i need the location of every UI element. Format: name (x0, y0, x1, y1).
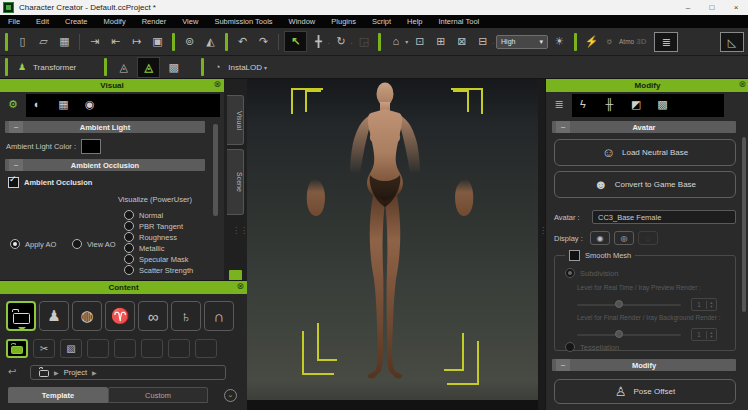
close-panel-icon[interactable]: ⊗ (738, 79, 746, 89)
ambient-light-section-header[interactable]: – Ambient Light (5, 121, 205, 133)
category-accessory[interactable]: ∞ (138, 301, 168, 331)
content-panel-header[interactable]: Content ⊗ (0, 281, 247, 294)
collapse-icon[interactable]: – (9, 121, 23, 133)
camera-view-dropdown[interactable]: . (492, 39, 494, 45)
display-eye-button[interactable]: ◉ (590, 231, 610, 245)
pose-tool-b-icon[interactable]: ◬ (137, 57, 160, 78)
breadcrumb[interactable]: ▶ Project ▶ (30, 365, 226, 380)
visual-settings-icon[interactable]: ≣ (654, 32, 678, 52)
import-icon[interactable]: ⇥ (85, 32, 104, 51)
modify-section-header[interactable]: – Modify (552, 359, 736, 371)
menu-script[interactable]: Script (364, 17, 399, 26)
ambient-occlusion-checkbox[interactable]: ✓ (8, 177, 19, 188)
texture-tab-icon[interactable]: ▩ (651, 94, 673, 115)
attributes-tab-icon[interactable]: ≣ (548, 94, 570, 115)
back-icon[interactable]: ↩ (8, 366, 16, 377)
home-view-icon[interactable]: ⌂ (386, 32, 405, 51)
expand-content-icon[interactable]: ⌄ (224, 389, 237, 402)
close-panel-icon[interactable]: ⊗ (213, 79, 221, 89)
save-project-icon[interactable]: ▦ (55, 32, 74, 51)
bone-tab-icon[interactable]: ╫ (598, 94, 620, 115)
axis-gizmo-icon[interactable]: ◺ (720, 32, 744, 52)
category-actor[interactable]: ♟ (39, 301, 69, 331)
apply-ao-radio[interactable] (10, 239, 20, 249)
category-stage[interactable]: ∩ (204, 301, 234, 331)
tab-custom[interactable]: Custom (108, 387, 208, 403)
pose-tool-a-icon[interactable]: ◬ (114, 58, 133, 77)
material-tab-icon[interactable]: ◩ (625, 94, 647, 115)
export-character-icon[interactable]: ↦ (127, 32, 146, 51)
home-view-dropdown[interactable]: ▾ (405, 38, 408, 45)
subfilter-image[interactable]: ▧ (60, 339, 82, 358)
visualize-specular-mask-radio[interactable] (124, 254, 134, 264)
menu-plugins[interactable]: Plugins (323, 17, 364, 26)
subfilter-tools[interactable]: ✂ (33, 339, 55, 358)
instalod-button[interactable]: ◔ InstaLOD ▾ (211, 58, 267, 77)
visual-panel-header[interactable]: Visual ⊗ (0, 79, 224, 92)
tab-template[interactable]: Template (8, 387, 108, 403)
collapse-icon[interactable]: – (556, 359, 570, 371)
modify-panel-scrollbar[interactable] (742, 137, 746, 312)
category-cloth[interactable]: ♈ (105, 301, 135, 331)
visualize-metallic-radio[interactable] (124, 243, 134, 253)
visualize-roughness-radio[interactable] (124, 232, 134, 242)
visualize-scatter-strength-radio[interactable] (124, 265, 134, 275)
undo-icon[interactable]: ↶ (233, 32, 252, 51)
side-tab-visual[interactable]: Visual (227, 95, 244, 145)
shadow-tab-icon[interactable]: ▦ (52, 94, 74, 115)
collapse-icon[interactable]: – (556, 121, 570, 133)
menu-internal-tool[interactable]: Internal Tool (431, 17, 488, 26)
modify-panel-header[interactable]: Modify ⊗ (546, 79, 748, 92)
light-tab-icon[interactable]: ◐ (26, 94, 48, 115)
menu-create[interactable]: Create (57, 17, 96, 26)
side-tab-scene[interactable]: Scene (227, 149, 244, 215)
menu-view[interactable]: View (174, 17, 206, 26)
category-project-folder[interactable] (6, 301, 36, 331)
rotate-tool-icon[interactable]: ↻ (332, 32, 351, 51)
redo-icon[interactable]: ↷ (254, 32, 273, 51)
transformer-button[interactable]: ♟ Transformer (15, 58, 76, 77)
motion-tab-icon[interactable]: ϟ (572, 94, 594, 115)
render-quality-select[interactable]: High ▾ (496, 35, 548, 49)
render-preview-icon[interactable]: ⊚ (180, 32, 199, 51)
visualize-pbr-tangent-radio[interactable] (124, 221, 134, 231)
new-project-icon[interactable]: ▯ (13, 32, 32, 51)
select-tool-icon[interactable]: ↖ (284, 31, 307, 52)
preview-lighting-icon[interactable]: ⚡ (582, 32, 601, 51)
pose-offset-button[interactable]: ♙ Pose Offset (554, 379, 736, 404)
maximize-button[interactable]: □ (700, 3, 724, 12)
panel-splitter[interactable]: ⋮⋮⋮ (538, 79, 545, 410)
open-project-icon[interactable]: ▱ (34, 32, 53, 51)
menu-submission-tools[interactable]: Submission Tools (206, 17, 280, 26)
move-tool-icon[interactable]: ╋ (309, 32, 328, 51)
menu-help[interactable]: Help (399, 17, 430, 26)
category-prop[interactable]: ♄ (171, 301, 201, 331)
display-brow-button[interactable]: ◎ (614, 231, 634, 245)
minimize-button[interactable]: – (676, 3, 700, 12)
menu-window[interactable]: Window (281, 17, 324, 26)
gear-tab-icon[interactable]: ⚙ (2, 94, 24, 115)
menu-render[interactable]: Render (134, 17, 175, 26)
visualize-normal-radio[interactable] (124, 210, 134, 220)
view-ao-radio[interactable] (72, 239, 82, 249)
close-button[interactable]: × (724, 3, 748, 12)
camera-view-fit-icon[interactable]: ⊞ (431, 32, 450, 51)
collapse-icon[interactable]: – (9, 159, 23, 171)
export-icon[interactable]: ⇤ (106, 32, 125, 51)
viewport-3d[interactable] (247, 79, 538, 400)
avatar-section-header[interactable]: – Avatar (552, 121, 736, 133)
camera-view-front-icon[interactable]: ⊡ (410, 32, 429, 51)
pose-tool-c-icon[interactable]: ▩ (164, 58, 183, 77)
convert-to-game-base-button[interactable]: ☻ Convert to Game Base (554, 171, 736, 198)
subfilter-folder[interactable] (6, 339, 28, 358)
camera-view-all-icon[interactable]: ⊠ (452, 32, 471, 51)
visual-panel-scrollbar[interactable] (213, 124, 218, 216)
character-model[interactable] (247, 79, 538, 400)
camera-tool-icon[interactable]: ◭ (201, 32, 220, 51)
menu-modify[interactable]: Modify (96, 17, 134, 26)
ambient-occlusion-section-header[interactable]: – Ambient Occlusion (5, 159, 205, 171)
smooth-mesh-checkbox[interactable] (569, 250, 580, 261)
rotate-tool-dropdown[interactable]: . (351, 39, 353, 45)
menu-edit[interactable]: Edit (28, 17, 57, 26)
breadcrumb-project[interactable]: Project (64, 368, 87, 377)
